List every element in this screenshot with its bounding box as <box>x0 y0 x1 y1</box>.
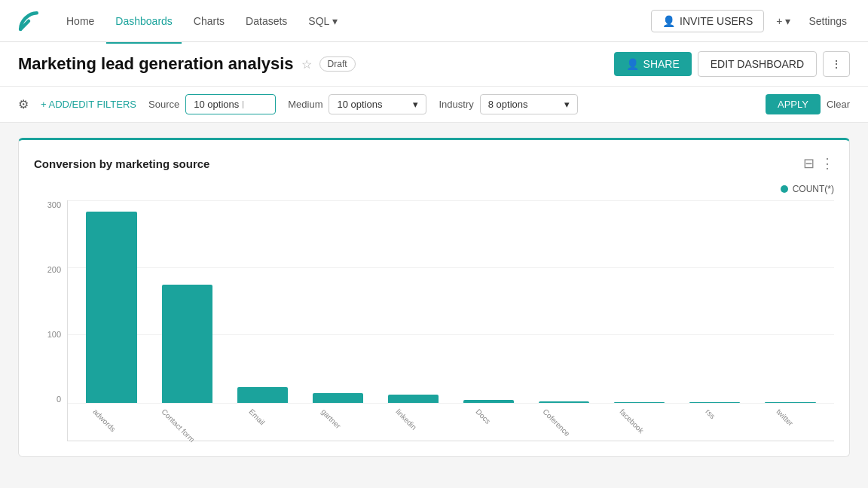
apply-button[interactable]: APPLY <box>766 94 821 114</box>
x-label: adwords <box>91 407 118 434</box>
source-label: Source <box>148 99 179 110</box>
share-icon: 👤 <box>626 58 639 70</box>
filter-actions: APPLY Clear <box>766 94 850 114</box>
clear-button[interactable]: Clear <box>827 99 850 110</box>
x-label-item: adwords <box>75 403 148 441</box>
nav-home[interactable]: Home <box>57 11 103 32</box>
chevron-down-icon: ▾ <box>564 99 570 110</box>
x-label: facebook <box>619 407 646 435</box>
share-button[interactable]: 👤 SHARE <box>614 52 692 76</box>
nav-right: 👤 INVITE USERS + ▾ Settings <box>651 10 853 32</box>
source-filter-group: Source 10 options | <box>148 94 276 114</box>
chart-legend: COUNT(*) <box>34 184 834 194</box>
y-label-300: 300 <box>34 200 61 209</box>
medium-select[interactable]: 10 options ▾ <box>329 94 426 114</box>
industry-label: Industry <box>439 99 473 110</box>
invite-users-button[interactable]: 👤 INVITE USERS <box>651 10 764 32</box>
nav-settings[interactable]: Settings <box>802 11 853 32</box>
logo[interactable] <box>15 8 42 35</box>
x-label: Docs <box>474 407 492 425</box>
more-chart-icon[interactable]: ⋮ <box>821 155 834 172</box>
nav-sql[interactable]: SQL ▾ <box>299 11 346 32</box>
filter-chart-icon[interactable]: ⊟ <box>803 155 815 172</box>
filter-bar: ⚙ + ADD/EDIT FILTERS Source 10 options |… <box>0 87 868 123</box>
x-label-item: Coference <box>528 403 601 441</box>
y-label-200: 200 <box>34 265 61 274</box>
chart-card-actions: ⊟ ⋮ <box>803 155 834 172</box>
nav-plus-button[interactable]: + ▾ <box>770 11 796 32</box>
bar-item <box>604 200 676 403</box>
chart-card-header: Conversion by marketing source ⊟ ⋮ <box>34 155 834 172</box>
bar-item <box>151 200 223 403</box>
nav-datasets[interactable]: Datasets <box>237 11 296 32</box>
x-label: Email <box>247 407 266 426</box>
bar-item <box>754 200 827 403</box>
x-label: Coference <box>541 407 571 438</box>
bar-item <box>528 200 601 403</box>
x-labels: adwordsContact formEmailgartnerlinkedinD… <box>68 403 834 441</box>
cursor-icon: | <box>242 100 244 108</box>
x-label-item: facebook <box>604 403 676 441</box>
source-select[interactable]: 10 options | <box>185 94 276 114</box>
nav-links: Home Dashboards Charts Datasets SQL ▾ <box>57 11 648 32</box>
x-label: rss <box>704 407 717 420</box>
medium-filter-group: Medium 10 options ▾ <box>288 94 426 114</box>
chart-area: adwordsContact formEmailgartnerlinkedinD… <box>67 200 834 441</box>
bar-item <box>452 200 524 403</box>
bar-chart: 300 200 100 0 adwordsContact formEmailga… <box>34 200 834 441</box>
x-label-item: Email <box>226 403 298 441</box>
bar-item <box>226 200 298 403</box>
x-label-item: gartner <box>301 403 374 441</box>
star-icon[interactable]: ☆ <box>301 57 312 72</box>
y-axis: 300 200 100 0 <box>34 200 61 441</box>
industry-filter-group: Industry 8 options ▾ <box>439 94 577 114</box>
navbar: Home Dashboards Charts Datasets SQL ▾ 👤 … <box>0 0 868 42</box>
edit-dashboard-button[interactable]: EDIT DASHBOARD <box>698 51 817 77</box>
x-label-item: linkedin <box>377 403 449 441</box>
x-label: twitter <box>775 407 795 428</box>
draft-badge: Draft <box>319 56 356 72</box>
nav-charts[interactable]: Charts <box>185 11 234 32</box>
x-label-item: twitter <box>754 403 827 441</box>
x-label-item: rss <box>679 403 751 441</box>
bar-item <box>75 200 148 403</box>
x-label-item: Docs <box>452 403 524 441</box>
bars-container <box>68 200 834 403</box>
chart-card: Conversion by marketing source ⊟ ⋮ COUNT… <box>18 138 850 457</box>
x-label: gartner <box>320 407 343 430</box>
legend-label: COUNT(*) <box>793 184 834 194</box>
page-title: Marketing lead generation analysis <box>18 54 294 74</box>
bar-item <box>377 200 449 403</box>
industry-select[interactable]: 8 options ▾ <box>480 94 578 114</box>
filter-settings-icon[interactable]: ⚙ <box>18 97 29 111</box>
x-label: linkedin <box>395 407 419 432</box>
bar-item <box>679 200 751 403</box>
bar-item <box>301 200 374 403</box>
add-filter-button[interactable]: + ADD/EDIT FILTERS <box>41 99 136 110</box>
medium-label: Medium <box>288 99 322 110</box>
nav-dashboards[interactable]: Dashboards <box>106 11 182 32</box>
y-label-0: 0 <box>34 395 61 404</box>
chart-title: Conversion by marketing source <box>34 157 209 170</box>
page-header-right: 👤 SHARE EDIT DASHBOARD ⋮ <box>614 51 850 77</box>
legend-dot <box>781 185 788 193</box>
main-content: Conversion by marketing source ⊟ ⋮ COUNT… <box>0 123 868 472</box>
page-header: Marketing lead generation analysis ☆ Dra… <box>0 42 868 87</box>
user-icon: 👤 <box>662 15 675 27</box>
y-label-100: 100 <box>34 330 61 339</box>
page-header-left: Marketing lead generation analysis ☆ Dra… <box>18 54 356 74</box>
more-button[interactable]: ⋮ <box>823 51 850 77</box>
x-label: Contact form <box>160 407 196 444</box>
x-label-item: Contact form <box>151 403 223 441</box>
chevron-down-icon: ▾ <box>413 99 418 110</box>
